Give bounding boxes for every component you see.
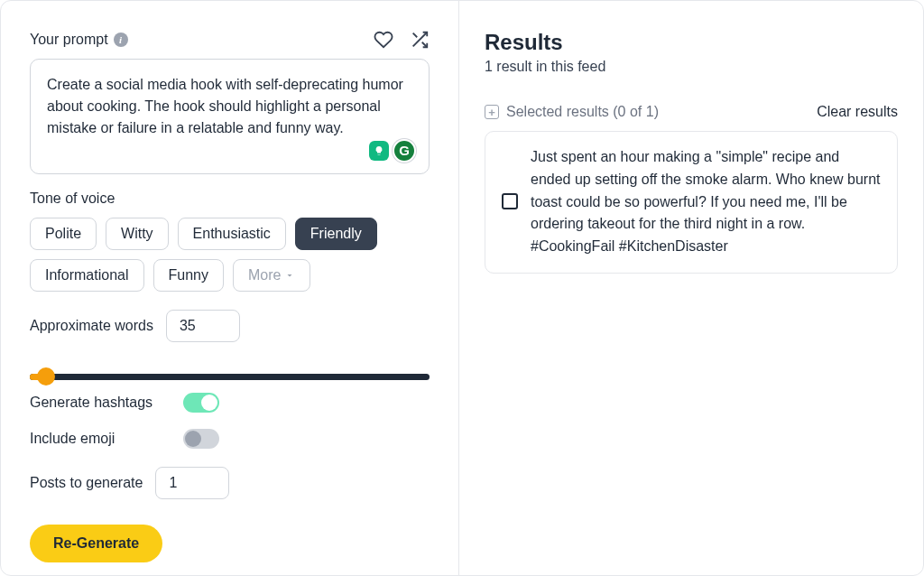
hashtags-label: Generate hashtags [30,395,165,411]
tone-chip-enthusiastic[interactable]: Enthusiastic [178,218,286,250]
slider-track [30,374,430,380]
results-panel: Results 1 result in this feed + Selected… [459,1,923,575]
words-label: Approximate words [30,318,153,334]
suggestion-icon[interactable] [369,141,389,161]
tone-chip-funny[interactable]: Funny [153,259,224,292]
prompt-label: Your prompt [30,32,108,48]
words-input[interactable] [166,310,240,342]
more-label: More [248,267,281,283]
toggle-knob [185,431,201,447]
grammarly-icon[interactable]: G [393,139,416,163]
result-card: Just spent an hour making a "simple" rec… [485,131,898,274]
hashtags-toggle[interactable] [183,393,219,413]
tone-label: Tone of voice [30,190,430,207]
tone-chip-polite[interactable]: Polite [30,218,97,250]
app-shell: Your prompt i Create a social media hook… [0,0,924,576]
emoji-row: Include emoji [30,429,430,449]
results-subtitle: 1 result in this feed [485,59,898,75]
result-text: Just spent an hour making a "simple" rec… [531,146,881,258]
svg-line-2 [413,33,418,38]
posts-label: Posts to generate [30,475,143,491]
selected-results[interactable]: + Selected results (0 of 1) [485,104,659,120]
chevron-down-icon [284,270,295,281]
emoji-toggle[interactable] [183,429,219,449]
prompt-header: Your prompt i [30,30,430,50]
results-title: Results [485,30,898,55]
expand-icon[interactable]: + [485,105,499,119]
prompt-title: Your prompt i [30,32,128,48]
results-toolbar: + Selected results (0 of 1) Clear result… [485,104,898,120]
prompt-actions [374,30,430,50]
prompt-text: Create a social media hook with self-dep… [47,77,403,135]
prompt-badges: G [369,139,416,163]
heart-icon[interactable] [374,30,393,50]
hashtags-row: Generate hashtags [30,393,430,413]
words-row: Approximate words [30,310,430,342]
clear-results-link[interactable]: Clear results [817,104,898,120]
prompt-textarea[interactable]: Create a social media hook with self-dep… [30,59,430,174]
posts-input[interactable] [155,467,229,499]
regenerate-button[interactable]: Re-Generate [30,525,162,562]
shuffle-icon[interactable] [410,30,430,50]
tone-chip-friendly[interactable]: Friendly [295,218,377,250]
tone-chip-informational[interactable]: Informational [30,259,144,292]
settings-panel: Your prompt i Create a social media hook… [1,1,459,575]
slider-thumb[interactable] [37,367,55,386]
tone-chip-witty[interactable]: Witty [106,218,169,250]
posts-row: Posts to generate [30,467,430,499]
info-icon[interactable]: i [114,33,128,47]
result-checkbox[interactable] [502,193,518,209]
selected-label: Selected results (0 of 1) [506,104,659,120]
tone-chips: Polite Witty Enthusiastic Friendly Infor… [30,218,430,292]
emoji-label: Include emoji [30,431,165,447]
toggle-knob [201,395,217,411]
tone-chip-more[interactable]: More [233,259,310,292]
